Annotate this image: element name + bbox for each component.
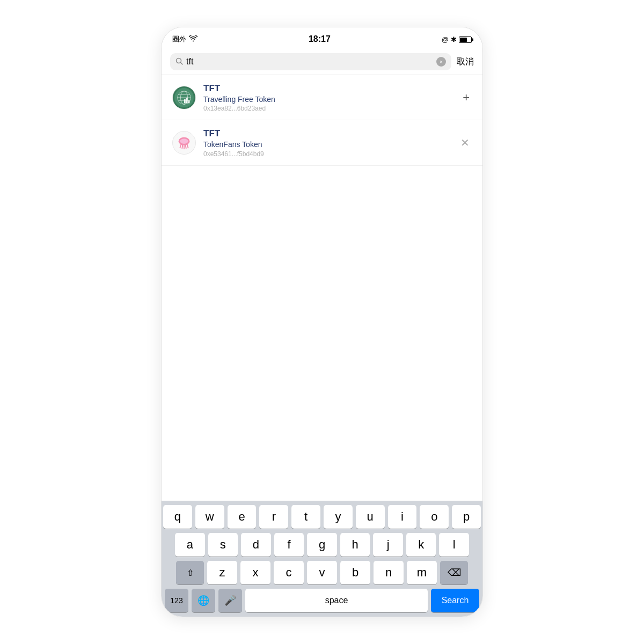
key-j[interactable]: j — [373, 533, 403, 557]
space-key[interactable]: space — [245, 589, 428, 612]
token-fullname-2: TokenFans Token — [203, 140, 451, 149]
key-w[interactable]: w — [195, 505, 224, 529]
token-list: TFT Travelling Free Token 0x13ea82...6bd… — [162, 75, 482, 501]
shift-icon: ⇧ — [187, 568, 194, 578]
token-info-2: TFT TokenFans Token 0xe53461...f5bd4bd9 — [203, 128, 451, 157]
token-address-2: 0xe53461...f5bd4bd9 — [203, 150, 451, 158]
key-t[interactable]: t — [291, 505, 320, 529]
token-item-2: TFT TokenFans Token 0xe53461...f5bd4bd9 … — [162, 120, 482, 165]
at-icon: @ — [442, 35, 449, 43]
bluetooth-icon: ✱ — [451, 35, 457, 43]
key-m[interactable]: m — [407, 561, 437, 584]
svg-line-1 — [181, 62, 183, 64]
key-z[interactable]: z — [207, 561, 237, 584]
delete-key[interactable]: ⌫ — [440, 561, 468, 584]
key-q[interactable]: q — [163, 505, 192, 529]
svg-rect-9 — [186, 98, 188, 103]
battery-icon — [459, 34, 472, 44]
key-c[interactable]: c — [274, 561, 304, 584]
key-g[interactable]: g — [307, 533, 337, 557]
numbers-key[interactable]: 123 — [165, 589, 188, 612]
key-s[interactable]: s — [208, 533, 238, 557]
key-r[interactable]: r — [259, 505, 288, 529]
key-o[interactable]: o — [420, 505, 449, 529]
key-y[interactable]: y — [324, 505, 353, 529]
shift-key[interactable]: ⇧ — [176, 561, 204, 584]
key-b[interactable]: b — [340, 561, 370, 584]
key-l[interactable]: l — [439, 533, 469, 557]
key-a[interactable]: a — [175, 533, 205, 557]
mic-key[interactable]: 🎤 — [218, 589, 242, 612]
key-n[interactable]: n — [374, 561, 404, 584]
keyboard: q w e r t y u i o p a s d f g h j k l ⇧ — [162, 501, 482, 617]
key-p[interactable]: p — [452, 505, 481, 529]
key-x[interactable]: x — [240, 561, 270, 584]
key-f[interactable]: f — [274, 533, 304, 557]
search-icon — [175, 57, 183, 67]
token-add-button-1[interactable]: + — [460, 89, 472, 107]
keyboard-row-2: a s d f g h j k l — [163, 533, 481, 557]
key-u[interactable]: u — [356, 505, 385, 529]
status-right: @ ✱ — [442, 34, 472, 44]
key-d[interactable]: d — [241, 533, 271, 557]
token-address-1: 0x13ea82...6bd23aed — [203, 105, 453, 112]
globe-icon: 🌐 — [197, 595, 209, 606]
token-symbol-1: TFT — [203, 83, 453, 94]
svg-rect-10 — [188, 100, 190, 103]
status-time: 18:17 — [309, 34, 331, 44]
globe-key[interactable]: 🌐 — [192, 589, 215, 612]
delete-icon: ⌫ — [448, 567, 461, 579]
token-remove-button-2[interactable]: ✕ — [458, 134, 472, 151]
status-bar: 圈外 18:17 @ ✱ — [162, 27, 482, 49]
keyboard-row-1: q w e r t y u i o p — [163, 505, 481, 529]
phone-frame: 圈外 18:17 @ ✱ — [161, 27, 483, 617]
token-fullname-1: Travelling Free Token — [203, 94, 453, 104]
cancel-button[interactable]: 取消 — [457, 56, 474, 68]
keyboard-row-3: ⇧ z x c v b n m ⌫ — [163, 561, 481, 584]
keyboard-bottom-row: 123 🌐 🎤 space Search — [163, 589, 481, 612]
key-h[interactable]: h — [340, 533, 370, 557]
token-item-1: TFT Travelling Free Token 0x13ea82...6bd… — [162, 75, 482, 120]
wifi-icon — [189, 35, 197, 43]
key-k[interactable]: k — [406, 533, 436, 557]
token-info-1: TFT Travelling Free Token 0x13ea82...6bd… — [203, 83, 453, 112]
search-bar-container: tft × 取消 — [162, 49, 482, 75]
search-clear-button[interactable]: × — [436, 57, 446, 67]
carrier-label: 圈外 — [172, 34, 186, 44]
token-logo-1 — [172, 86, 196, 109]
mic-icon: 🎤 — [224, 595, 236, 606]
search-key[interactable]: Search — [431, 589, 479, 612]
search-input-wrapper[interactable]: tft × — [170, 53, 451, 70]
token-logo-2 — [172, 131, 196, 155]
key-i[interactable]: i — [388, 505, 417, 529]
svg-rect-8 — [184, 99, 186, 103]
svg-point-13 — [180, 138, 188, 143]
key-v[interactable]: v — [307, 561, 337, 584]
search-input-text: tft — [186, 57, 433, 67]
token-symbol-2: TFT — [203, 128, 451, 140]
key-e[interactable]: e — [228, 505, 257, 529]
status-left: 圈外 — [172, 34, 197, 44]
